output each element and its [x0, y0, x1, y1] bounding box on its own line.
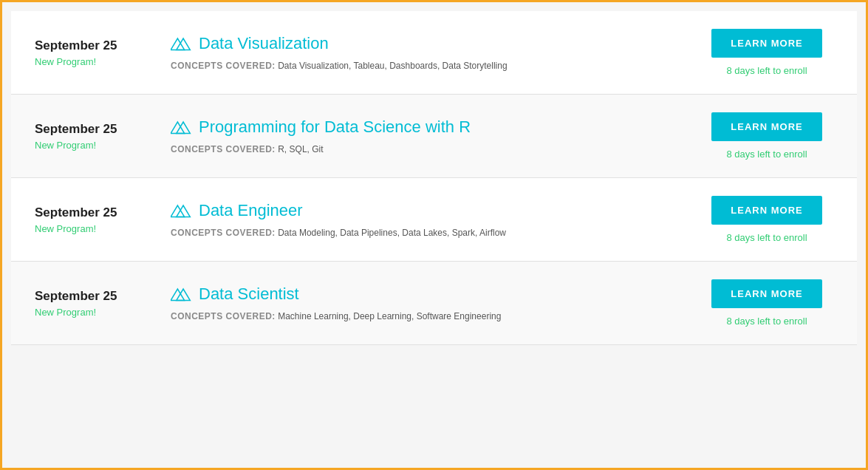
- action-column: LEARN MORE 8 days left to enroll: [700, 196, 833, 243]
- new-program-badge: New Program!: [35, 307, 153, 318]
- course-info: Data Visualization CONCEPTS COVERED: Dat…: [153, 34, 700, 71]
- course-icon: [171, 203, 191, 218]
- course-title-row: Programming for Data Science with R: [171, 117, 683, 137]
- concepts-label: CONCEPTS COVERED:: [171, 228, 276, 238]
- course-info: Programming for Data Science with R CONC…: [153, 117, 700, 154]
- days-left-label: 8 days left to enroll: [726, 149, 807, 160]
- days-left-label: 8 days left to enroll: [726, 316, 807, 327]
- days-left-label: 8 days left to enroll: [726, 232, 807, 243]
- action-column: LEARN MORE 8 days left to enroll: [700, 279, 833, 327]
- course-icon: [171, 287, 191, 302]
- concepts-values: Data Visualization, Tableau, Dashboards,…: [278, 61, 507, 71]
- learn-more-button[interactable]: LEARN MORE: [711, 29, 822, 58]
- days-left-label: 8 days left to enroll: [726, 65, 807, 76]
- learn-more-button[interactable]: LEARN MORE: [711, 112, 822, 141]
- course-icon: [171, 36, 191, 51]
- course-date: September 25: [35, 38, 153, 53]
- learn-more-button[interactable]: LEARN MORE: [711, 196, 822, 225]
- course-list: September 25 New Program! Data Visualiza…: [11, 11, 857, 345]
- course-title-row: Data Scientist: [171, 285, 683, 304]
- new-program-badge: New Program!: [35, 223, 153, 234]
- concepts-values: Data Modeling, Data Pipelines, Data Lake…: [278, 228, 506, 238]
- concepts-values: Machine Learning, Deep Learning, Softwar…: [278, 311, 501, 321]
- date-column: September 25 New Program!: [35, 38, 153, 67]
- concepts-row: CONCEPTS COVERED: Machine Learning, Deep…: [171, 311, 683, 321]
- table-row: September 25 New Program! Programming fo…: [11, 95, 857, 178]
- learn-more-button[interactable]: LEARN MORE: [711, 279, 822, 308]
- course-date: September 25: [35, 122, 153, 137]
- concepts-row: CONCEPTS COVERED: Data Modeling, Data Pi…: [171, 228, 683, 238]
- course-title: Programming for Data Science with R: [199, 117, 471, 137]
- course-title: Data Visualization: [199, 34, 329, 53]
- table-row: September 25 New Program! Data Scientist: [11, 262, 857, 345]
- concepts-row: CONCEPTS COVERED: R, SQL, Git: [171, 144, 683, 154]
- course-icon: [171, 120, 191, 134]
- course-title-row: Data Engineer: [171, 201, 683, 220]
- date-column: September 25 New Program!: [35, 205, 153, 234]
- concepts-row: CONCEPTS COVERED: Data Visualization, Ta…: [171, 61, 683, 71]
- course-date: September 25: [35, 205, 153, 220]
- course-title-row: Data Visualization: [171, 34, 683, 53]
- concepts-label: CONCEPTS COVERED:: [171, 311, 276, 321]
- course-info: Data Scientist CONCEPTS COVERED: Machine…: [153, 285, 700, 321]
- course-title: Data Scientist: [199, 285, 299, 304]
- table-row: September 25 New Program! Data Visualiza…: [11, 11, 857, 95]
- table-row: September 25 New Program! Data Engineer: [11, 178, 857, 262]
- concepts-values: R, SQL, Git: [278, 144, 323, 154]
- date-column: September 25 New Program!: [35, 122, 153, 151]
- concepts-label: CONCEPTS COVERED:: [171, 61, 276, 71]
- action-column: LEARN MORE 8 days left to enroll: [700, 29, 833, 76]
- concepts-label: CONCEPTS COVERED:: [171, 144, 276, 154]
- course-title: Data Engineer: [199, 201, 303, 220]
- date-column: September 25 New Program!: [35, 289, 153, 318]
- new-program-badge: New Program!: [35, 140, 153, 151]
- new-program-badge: New Program!: [35, 56, 153, 67]
- action-column: LEARN MORE 8 days left to enroll: [700, 112, 833, 160]
- course-date: September 25: [35, 289, 153, 304]
- course-info: Data Engineer CONCEPTS COVERED: Data Mod…: [153, 201, 700, 238]
